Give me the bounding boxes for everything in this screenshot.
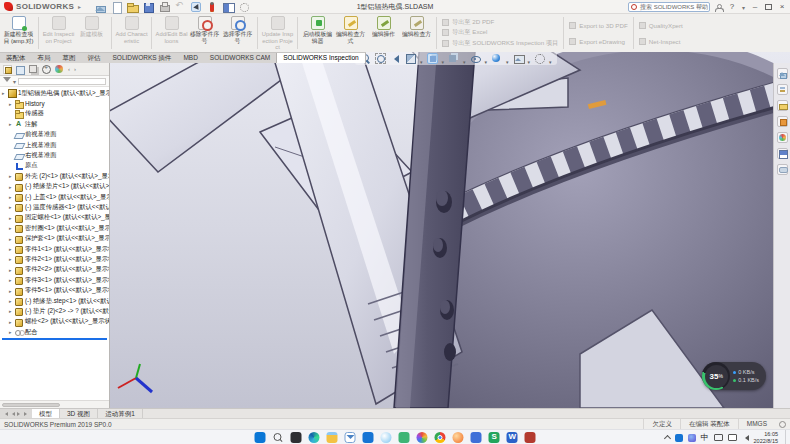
taskbar-store-icon[interactable]	[363, 432, 374, 443]
section-view-icon[interactable]	[405, 53, 416, 64]
tree-item[interactable]: 螺栓<2> (默认<<默认>_显示状态	[0, 317, 109, 327]
dropdown-caret-icon[interactable]	[549, 52, 552, 68]
export-menu-item[interactable]: QualityXpert	[639, 22, 683, 29]
tree-item[interactable]: (-) 绝缘垫片<1> (默认<<默认>_显	[0, 182, 109, 192]
tree-item[interactable]: 配合	[0, 327, 109, 337]
edit-appearance-icon[interactable]	[491, 53, 502, 64]
dropdown-caret-icon[interactable]	[485, 52, 488, 68]
tab-SOLIDWORKS 插件[interactable]: SOLIDWORKS 插件	[107, 53, 178, 63]
ribbon-button-8[interactable]: Update Inspection Project	[261, 15, 294, 51]
filter-input[interactable]	[18, 78, 106, 85]
export-menu-item[interactable]: Net-Inspect	[639, 38, 683, 45]
taskbar-b360-icon[interactable]	[417, 432, 428, 443]
tab-装配体[interactable]: 装配体	[0, 53, 32, 63]
view-settings-icon[interactable]	[534, 53, 545, 64]
tab-SOLIDWORKS CAM[interactable]: SOLIDWORKS CAM	[204, 53, 276, 63]
tree-item[interactable]: 保护套<1> (默认<<默认>_显示状	[0, 233, 109, 243]
ribbon-button-3[interactable]: 新建模板	[75, 15, 108, 51]
new-icon[interactable]	[111, 2, 121, 12]
taskpane-view-palette-icon[interactable]	[777, 116, 788, 127]
previous-view-icon[interactable]	[390, 53, 401, 64]
ribbon-button-2[interactable]: Edit Inspection Project	[42, 15, 75, 51]
touch-keyboard-icon[interactable]	[714, 434, 723, 441]
panel-tab-dimxpert-icon[interactable]	[42, 65, 51, 74]
close-button[interactable]: ×	[777, 2, 787, 12]
tree-item[interactable]: 零件5<1> (默认<<默认>_显示状态	[0, 285, 109, 295]
status-help-icon[interactable]	[779, 421, 786, 428]
taskpane-home-icon[interactable]	[777, 68, 788, 79]
panel-tab-configurations-icon[interactable]	[29, 65, 38, 74]
ribbon-button-12[interactable]: 编辑检查方	[400, 15, 433, 51]
tree-item[interactable]: 右视基准面	[0, 150, 109, 160]
export-menu-item[interactable]: Export to 3D PDF	[569, 22, 628, 29]
display-icon[interactable]	[223, 2, 233, 12]
taskbar-word-icon[interactable]	[507, 432, 518, 443]
help-search-input[interactable]: 搜索 SOLIDWORKS 帮助 ▾	[628, 2, 710, 12]
taskbar-weather-icon[interactable]	[381, 432, 392, 443]
tree-item[interactable]: 密封圈<1> (默认<<默认>_显示状	[0, 223, 109, 233]
taskbar-edge-icon[interactable]	[309, 432, 320, 443]
taskbar-sheets-icon[interactable]	[489, 432, 500, 443]
tree-horizontal-scrollbar[interactable]	[0, 400, 109, 408]
clock[interactable]: 16:05 2022/8/15	[754, 431, 778, 444]
ribbon-button-6[interactable]: 移除零件序号	[188, 15, 221, 51]
dropdown-caret-icon[interactable]	[442, 52, 445, 68]
print-icon[interactable]	[159, 2, 169, 12]
tray-security-icon[interactable]	[688, 434, 696, 442]
taskpane-custom-properties-icon[interactable]	[777, 148, 788, 159]
taskbar-mail-icon[interactable]	[345, 432, 356, 443]
export-menu-item[interactable]: 导出至 SOLIDWORKS Inspection 项目	[442, 39, 558, 48]
tree-item[interactable]: 零件2<2> (默认<<默认>_显示状	[0, 265, 109, 275]
tree-item[interactable]: 上视基准面	[0, 140, 109, 150]
export-menu-item[interactable]: Export eDrawing	[569, 38, 628, 45]
model-tab-运动算例1[interactable]: 运动算例1	[98, 409, 143, 418]
zoom-area-icon[interactable]	[375, 53, 386, 64]
ribbon-button-1[interactable]: 新建检查项目 (amp.对)	[2, 15, 35, 51]
tree-root-item[interactable]: 1型铝辐热电偶 (默认<默认>_显示状态-1	[0, 88, 109, 98]
hide-show-icon[interactable]	[470, 53, 481, 64]
taskbar-chrome-icon[interactable]	[435, 432, 446, 443]
tree-item[interactable]: 固定螺栓<1> (默认<<默认>_显示	[0, 213, 109, 223]
model-tab-3D 视图[interactable]: 3D 视图	[60, 409, 98, 418]
display-icon[interactable]	[728, 434, 737, 441]
filter-caret-icon[interactable]: ▾	[13, 78, 16, 85]
taskpane-file-explorer-icon[interactable]	[777, 100, 788, 111]
tray-onedrive-icon[interactable]	[675, 434, 683, 442]
tab-草图[interactable]: 草图	[57, 53, 82, 63]
tray-overflow-chevron-icon[interactable]	[663, 435, 670, 442]
tab-评估[interactable]: 评估	[82, 53, 107, 63]
tree-item[interactable]: 传感器	[0, 109, 109, 119]
tree-item[interactable]: 原点	[0, 161, 109, 171]
show-desktop-button[interactable]	[785, 430, 787, 444]
save-icon[interactable]	[143, 2, 153, 12]
taskbar-notebook-icon[interactable]	[471, 432, 482, 443]
ime-indicator[interactable]: 中	[701, 431, 709, 444]
network-speed-gauge-overlay[interactable]: 35% 0 KB/s0.1 KB/s	[702, 362, 766, 390]
dropdown-caret-icon[interactable]	[463, 52, 466, 68]
undo-icon[interactable]	[175, 2, 185, 12]
model-tab-模型[interactable]: 模型	[32, 409, 60, 418]
panel-tab-features-icon[interactable]	[3, 65, 12, 74]
tree-item[interactable]: 前视基准面	[0, 130, 109, 140]
ribbon-button-5[interactable]: Add/Edit Balloons	[155, 15, 188, 51]
help-caret-icon[interactable]: ▾	[742, 4, 745, 11]
ribbon-button-9[interactable]: 启动模板编辑器	[301, 15, 334, 51]
export-menu-item[interactable]: 导出至 Excel	[442, 28, 558, 37]
tree-item[interactable]: (-) 垫片 (2)<2> -> ? (默认<<默认>	[0, 306, 109, 316]
rollback-bar[interactable]	[2, 338, 107, 340]
tree-item[interactable]: 零件1<1> (默认<<默认>_显示状	[0, 244, 109, 254]
tree-item[interactable]: History	[0, 98, 109, 108]
restore-button[interactable]	[765, 4, 772, 10]
login-icon[interactable]	[715, 4, 722, 11]
tree-item[interactable]: (-) 上盖<1> (默认<<默认>_显示状	[0, 192, 109, 202]
volume-icon[interactable]	[742, 435, 749, 441]
taskpane-design-library-icon[interactable]	[777, 84, 788, 95]
dropdown-caret-icon[interactable]	[528, 52, 531, 68]
filter-funnel-icon[interactable]	[3, 77, 11, 86]
taskbar-wechat-icon[interactable]	[399, 432, 410, 443]
tab-scroll-right-icon[interactable]: ›	[74, 66, 76, 72]
dropdown-caret-icon[interactable]	[420, 52, 423, 68]
tree-item[interactable]: 注解	[0, 119, 109, 129]
tab-SOLIDWORKS Inspection[interactable]: SOLIDWORKS Inspection	[276, 53, 366, 63]
tab-scroll-left-icon[interactable]: ‹	[68, 66, 70, 72]
